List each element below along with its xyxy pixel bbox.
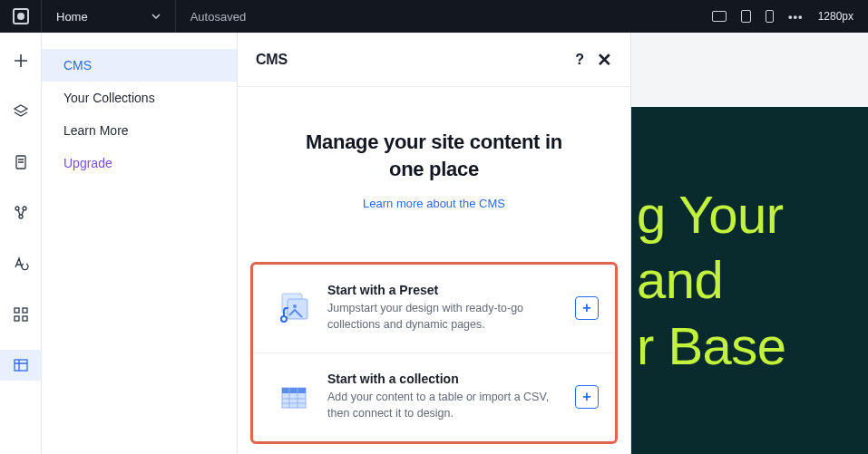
svg-rect-7 bbox=[23, 316, 27, 321]
option-desc: Jumpstart your design with ready-to-go c… bbox=[327, 301, 559, 333]
cms-panel-header: CMS ? ✕ bbox=[238, 33, 630, 87]
cms-header-actions: ? ✕ bbox=[575, 49, 612, 71]
sidebar-item-collections[interactable]: Your Collections bbox=[42, 82, 237, 114]
rail-layers[interactable] bbox=[0, 96, 42, 127]
add-collection-button[interactable]: + bbox=[575, 385, 599, 409]
rail-pages[interactable] bbox=[0, 147, 42, 178]
option-desc: Add your content to a table or import a … bbox=[327, 390, 559, 421]
close-icon[interactable]: ✕ bbox=[597, 49, 612, 71]
desktop-icon[interactable] bbox=[712, 11, 727, 22]
page-dropdown[interactable]: Home bbox=[42, 0, 176, 33]
topbar-left: Home Autosaved bbox=[0, 0, 260, 33]
svg-point-1 bbox=[15, 207, 19, 210]
mobile-icon[interactable] bbox=[766, 10, 774, 23]
svg-rect-4 bbox=[15, 308, 19, 313]
canvas-area[interactable]: g Your and r Base bbox=[631, 33, 868, 454]
collection-icon bbox=[275, 379, 311, 415]
rail-theme[interactable] bbox=[0, 248, 42, 279]
svg-rect-5 bbox=[23, 308, 27, 313]
cms-sidebar: CMS Your Collections Learn More Upgrade bbox=[42, 33, 238, 454]
svg-point-3 bbox=[19, 215, 23, 218]
option-start-collection[interactable]: Start with a collection Add your content… bbox=[253, 353, 615, 441]
rail-cms[interactable] bbox=[0, 350, 42, 381]
cms-heading: Manage your site content in one place bbox=[238, 129, 630, 182]
icon-rail bbox=[0, 33, 42, 454]
help-icon[interactable]: ? bbox=[575, 52, 584, 68]
cms-panel: CMS ? ✕ Manage your site content in one … bbox=[238, 33, 631, 454]
cms-panel-body: Manage your site content in one place Le… bbox=[238, 87, 630, 454]
app-logo[interactable] bbox=[0, 0, 42, 33]
chevron-down-icon bbox=[151, 12, 161, 21]
learn-more-link[interactable]: Learn more about the CMS bbox=[363, 197, 505, 210]
rail-site[interactable] bbox=[0, 198, 42, 228]
viewport-size[interactable]: 1280px bbox=[818, 10, 853, 23]
hero-text: g Your and r Base bbox=[637, 182, 786, 380]
preset-icon bbox=[275, 290, 311, 326]
logo-icon bbox=[13, 8, 29, 24]
cms-panel-title: CMS bbox=[256, 52, 288, 68]
add-preset-button[interactable]: + bbox=[575, 296, 599, 320]
page-name: Home bbox=[56, 10, 88, 24]
svg-rect-10 bbox=[288, 299, 307, 319]
more-icon[interactable]: ••• bbox=[788, 10, 804, 24]
svg-rect-8 bbox=[15, 360, 27, 371]
sidebar-item-cms[interactable]: CMS bbox=[42, 49, 237, 82]
topbar: Home Autosaved ••• 1280px bbox=[0, 0, 868, 33]
sidebar-item-upgrade[interactable]: Upgrade bbox=[42, 147, 237, 179]
hero-section: g Your and r Base bbox=[631, 107, 868, 454]
option-text: Start with a Preset Jumpstart your desig… bbox=[327, 283, 559, 333]
rail-apps[interactable] bbox=[0, 299, 42, 330]
topbar-right: ••• 1280px bbox=[712, 10, 868, 24]
svg-point-2 bbox=[23, 207, 26, 210]
autosave-status: Autosaved bbox=[176, 10, 260, 24]
svg-point-12 bbox=[281, 316, 287, 322]
start-options-highlight: Start with a Preset Jumpstart your desig… bbox=[250, 262, 618, 444]
tablet-icon[interactable] bbox=[741, 10, 751, 23]
svg-point-11 bbox=[293, 304, 297, 308]
option-start-preset[interactable]: Start with a Preset Jumpstart your desig… bbox=[253, 265, 615, 353]
option-title: Start with a collection bbox=[327, 372, 559, 386]
option-title: Start with a Preset bbox=[327, 283, 559, 297]
option-text: Start with a collection Add your content… bbox=[327, 372, 559, 421]
sidebar-item-learn-more[interactable]: Learn More bbox=[42, 114, 237, 147]
svg-rect-14 bbox=[282, 388, 306, 393]
svg-rect-6 bbox=[15, 316, 19, 321]
rail-add[interactable] bbox=[0, 45, 42, 76]
